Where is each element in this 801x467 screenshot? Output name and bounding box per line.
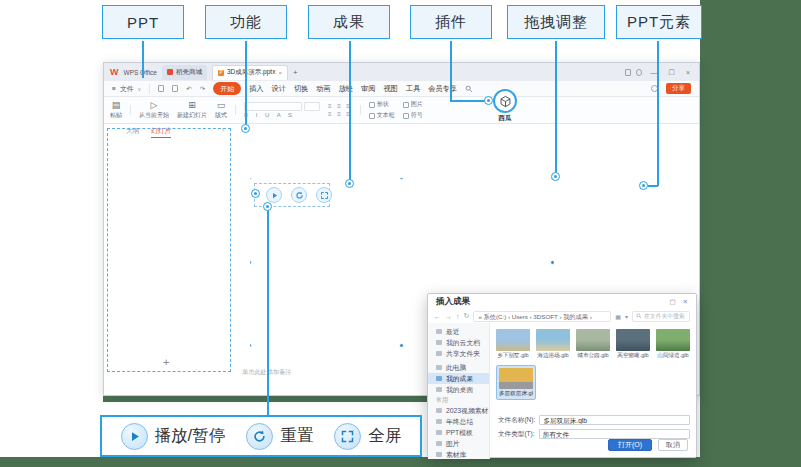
view-caret-icon[interactable]: ▾ [625,313,628,320]
font-size-dropdown[interactable] [304,102,320,111]
controls-legend: 播放/暂停 重置 全屏 [100,415,422,457]
legend-reset: 重置 [246,423,313,450]
callout-drag: 拖拽调整 [507,5,605,39]
file-thumbnail [536,329,570,351]
font-group: B I U A S [244,102,320,118]
menu-tab-member[interactable]: 会员专享 [428,84,457,94]
new-slide-button[interactable]: ⊞ 新建幻灯片 [177,100,207,120]
file-item[interactable]: 高空俯瞰.glb [616,329,650,360]
new-tab-button[interactable]: + [293,68,298,77]
add-slide-button[interactable]: + [163,356,169,368]
layout-icon: ▭ [217,100,226,110]
legend-play-pause: 播放/暂停 [121,423,226,450]
menu-tab-transition[interactable]: 切换 [294,84,308,94]
sidebar-item-my-results[interactable]: 我的成果 [428,373,489,384]
file-item-selected[interactable]: 多层双层床.glb [496,365,536,400]
menu-tab-insert[interactable]: 插入 [249,84,263,94]
open-button[interactable]: 打开(O) [608,439,652,451]
menu-tab-view[interactable]: 视图 [383,84,397,94]
menu-tab-slideshow[interactable]: 放映 [339,84,353,94]
document-tab-label: 3D成果演示.pptx [227,68,275,77]
folder-icon [436,419,442,424]
callout-ppt: PPT [102,5,184,39]
filename-input[interactable]: 多层双层床.glb [539,415,690,425]
file-item[interactable]: 海边浴场.glb [536,329,570,360]
shape-button[interactable]: 形状 [369,100,395,109]
view-mode-icon[interactable]: ▦ [615,313,621,320]
refresh-icon[interactable]: ↻ [464,312,470,320]
file-thumbnail [616,329,650,351]
file-item[interactable]: 乡下别墅.glb [496,329,530,360]
sidebar-item-desktop[interactable]: 我的桌面 [428,384,489,395]
menu-tab-design[interactable]: 设计 [272,84,286,94]
textbox-icon [369,113,375,119]
sidebar-item-pictures[interactable]: 图片 [428,438,489,449]
reset-icon [246,423,273,450]
app-name: WPS Office [124,69,157,76]
close-button[interactable]: × [683,69,693,76]
attachment-icon[interactable] [636,69,642,76]
back-icon[interactable]: ← [434,313,441,320]
marker-function [241,124,250,133]
menu-tab-review[interactable]: 审阅 [361,84,375,94]
forward-icon[interactable]: → [445,313,452,320]
doc-status-icon[interactable] [625,69,631,76]
chevron-down-icon: ∨ [138,86,142,92]
menu-tab-tools[interactable]: 工具 [406,84,420,94]
dialog-close-icon[interactable]: ✕ [683,298,688,306]
print-icon[interactable] [172,85,178,92]
sidebar-item-recent[interactable]: 最近 [428,326,489,337]
folder-icon [436,329,442,334]
dialog-maximize-icon[interactable]: ▢ [669,298,675,306]
tab-close-icon[interactable]: × [278,70,282,76]
breadcrumb[interactable]: « 系统(C:) › Users › 3DSOFT › 我的成果 › [473,311,611,322]
textbox-button[interactable]: 文本框 [369,111,395,120]
paste-button[interactable]: ▤ 粘贴 [110,100,122,120]
file-menu[interactable]: 文件 [120,84,134,94]
reset-button[interactable] [291,187,307,203]
filetype-dropdown[interactable]: 所有文件 [539,429,690,439]
callout-function: 功能 [205,5,287,39]
sidebar-item-shared[interactable]: 共享文件夹 [428,348,489,359]
picture-button[interactable]: 图片 [403,100,423,109]
sidebar-item-cloud[interactable]: 我的云文档 [428,337,489,348]
sidebar-item-templates[interactable]: PPT模板 [428,427,489,438]
tab-document[interactable]: P 3D成果演示.pptx × [212,65,288,80]
fullscreen-button[interactable] [316,187,332,203]
filename-row: 文件名称(N): 多层双层床.glb [498,415,690,425]
redo-icon[interactable]: ↷ [200,85,205,93]
plugin-button[interactable] [493,89,517,113]
menu-tab-animation[interactable]: 动画 [316,84,330,94]
dialog-search-box[interactable]: 在文件夹中搜索 [632,311,690,322]
search-icon[interactable] [465,85,473,93]
tab-store[interactable]: 稻壳商城 [162,65,207,80]
share-button[interactable]: 分享 [666,83,691,94]
maximize-button[interactable]: ▢ [665,68,678,76]
symbol-button[interactable]: 符号 [403,111,423,120]
cancel-button[interactable]: 取消 [658,439,688,451]
file-item[interactable]: 山间绿道.glb [656,329,690,360]
paste-icon: ▤ [112,100,121,110]
up-icon[interactable]: ↑ [456,313,460,320]
folder-icon [436,452,442,457]
filetype-row: 文件类型(T): 所有文件 [498,429,690,439]
connector-ppt-element-h [648,185,658,187]
font-name-dropdown[interactable] [244,102,302,111]
undo-icon[interactable]: ↶ [186,85,191,93]
sidebar-item-assets[interactable]: 素材库 [428,449,489,459]
file-item[interactable]: 城市公园.glb [576,329,610,360]
sidebar-item-videos[interactable]: 2023视频素材 [428,405,489,416]
layout-button[interactable]: ▭ 版式 [215,100,227,120]
play-from-current-button[interactable]: ▷ 从当前开始 [139,100,169,120]
marker-legend-line [263,202,272,211]
sidebar-item-pc[interactable]: 此电脑 [428,362,489,373]
font-style-buttons[interactable]: B I U A S [244,112,295,118]
hamburger-icon[interactable]: ≡ [112,85,116,92]
dialog-title: 插入成果 [436,296,470,308]
play-pause-button[interactable] [266,187,282,203]
ribbon: ▤ 粘贴 ▷ 从当前开始 ⊞ 新建幻灯片 ▭ 版式 [104,97,699,124]
sidebar-item-summary[interactable]: 年终总结 [428,416,489,427]
file-thumbnail [496,329,530,351]
menu-tab-home[interactable]: 开始 [213,82,241,95]
save-icon[interactable] [158,85,164,92]
